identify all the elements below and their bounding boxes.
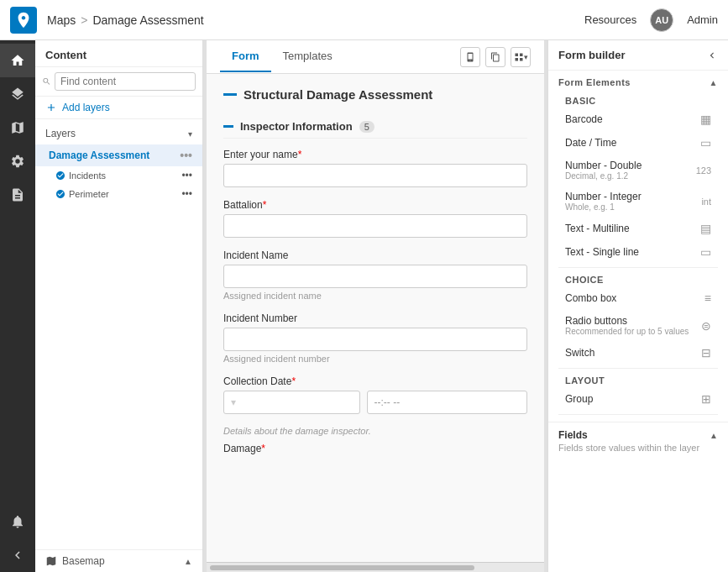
field-incident-name: Incident Name Assigned incident name bbox=[223, 249, 527, 301]
field-incident-number-input[interactable] bbox=[223, 328, 527, 351]
fields-subtext: Fields store values within the layer bbox=[558, 443, 718, 453]
datetime-icon: ▭ bbox=[700, 136, 711, 150]
form-title-icon bbox=[223, 93, 237, 96]
number-integer-icon: int bbox=[701, 197, 711, 207]
tab-icon-btn-3[interactable]: ▾ bbox=[511, 47, 531, 67]
form-builder-panel: Form builder Form Elements ▲ BASIC Barco… bbox=[547, 40, 728, 572]
basemap-label: Basemap bbox=[62, 555, 105, 567]
section-title-inspector: Inspector Information bbox=[240, 120, 353, 133]
el-text-singleline[interactable]: Text - Single line ▭ bbox=[558, 240, 718, 264]
combobox-icon: ≡ bbox=[704, 291, 711, 305]
topbar: Maps > Damage Assessment Resources AU Ad… bbox=[0, 0, 728, 40]
app-logo[interactable] bbox=[10, 7, 37, 34]
date-picker[interactable]: ▾ bbox=[223, 391, 360, 414]
divider-3 bbox=[558, 414, 718, 415]
topbar-right: Resources AU Admin bbox=[584, 8, 718, 32]
sidebar-map[interactable] bbox=[0, 111, 35, 144]
sub-layer-incidents-label: Incidents bbox=[69, 171, 106, 181]
el-number-integer-label: Number - Integer bbox=[565, 191, 642, 202]
el-number-double[interactable]: Number - Double Decimal, e.g. 1.2 123 bbox=[558, 155, 718, 186]
section-inspector: Inspector Information 5 bbox=[223, 115, 527, 139]
el-radio-sub: Recommended for up to 5 values bbox=[565, 327, 689, 336]
damage-field-label: Damage* bbox=[223, 443, 527, 454]
tab-form[interactable]: Form bbox=[220, 41, 271, 72]
resources-link[interactable]: Resources bbox=[584, 13, 636, 26]
section-count: 5 bbox=[359, 121, 374, 133]
basemap-row[interactable]: Basemap ▲ bbox=[35, 549, 202, 572]
sidebar-home[interactable] bbox=[0, 44, 35, 77]
search-input[interactable] bbox=[55, 72, 196, 91]
search-area bbox=[35, 67, 202, 97]
field-name-input[interactable] bbox=[223, 164, 527, 187]
fields-collapse-icon[interactable]: ▲ bbox=[710, 431, 718, 440]
sidebar-layers[interactable] bbox=[0, 77, 35, 111]
fields-header: Fields ▲ bbox=[558, 429, 718, 441]
check-circle-icon bbox=[55, 171, 65, 181]
el-barcode[interactable]: Barcode ▦ bbox=[558, 108, 718, 131]
section-indicator bbox=[223, 125, 233, 128]
section-note: Details about the damage inspector. bbox=[223, 426, 527, 436]
bottom-scrollbar[interactable] bbox=[207, 562, 544, 572]
time-picker[interactable]: --:-- -- bbox=[367, 391, 527, 414]
el-combobox[interactable]: Combo box ≡ bbox=[558, 286, 718, 310]
date-time-row: ▾ --:-- -- bbox=[223, 391, 527, 414]
tab-icon-btn-2[interactable] bbox=[485, 47, 505, 67]
el-text-singleline-label: Text - Single line bbox=[565, 246, 639, 258]
el-radio[interactable]: Radio buttons Recommended for up to 5 va… bbox=[558, 310, 718, 341]
form-builder-title: Form builder bbox=[558, 49, 625, 61]
sidebar-settings[interactable] bbox=[0, 144, 35, 178]
date-value: ▾ bbox=[231, 396, 236, 408]
tab-templates[interactable]: Templates bbox=[271, 41, 344, 72]
incidents-menu-icon[interactable]: ••• bbox=[181, 170, 192, 181]
sidebar-pages[interactable] bbox=[0, 178, 35, 212]
el-text-multiline[interactable]: Text - Multiline ▤ bbox=[558, 217, 718, 240]
collapse-right-icon[interactable] bbox=[706, 50, 718, 61]
el-group-label: Group bbox=[565, 393, 593, 405]
field-battalion-input[interactable] bbox=[223, 214, 527, 238]
perimeter-menu-icon[interactable]: ••• bbox=[181, 188, 192, 200]
el-group[interactable]: Group ⊞ bbox=[558, 387, 718, 411]
sub-layer-incidents[interactable]: Incidents ••• bbox=[35, 166, 202, 185]
form-area: Structural Damage Assessment Inspector I… bbox=[207, 74, 544, 562]
breadcrumb: Maps > Damage Assessment bbox=[47, 13, 204, 27]
sub-layer-perimeter[interactable]: Perimeter ••• bbox=[35, 185, 202, 203]
admin-link[interactable]: Admin bbox=[687, 13, 718, 26]
field-incident-name-input[interactable] bbox=[223, 265, 527, 288]
sidebar-collapse[interactable] bbox=[0, 538, 35, 572]
form-elements-section: Form Elements ▲ BASIC Barcode ▦ Date / T… bbox=[548, 71, 728, 422]
el-number-integer[interactable]: Number - Integer Whole, e.g. 1 int bbox=[558, 186, 718, 217]
divider-1 bbox=[558, 267, 718, 268]
content-sidebar: Content Add layers Layers ▾ Damage Asses… bbox=[35, 40, 203, 572]
layers-label: Layers bbox=[45, 128, 76, 139]
check-circle-icon2 bbox=[55, 189, 65, 199]
grid-icon bbox=[514, 52, 524, 62]
layers-collapse-icon: ▾ bbox=[188, 129, 192, 139]
el-switch[interactable]: Switch ⊟ bbox=[558, 341, 718, 365]
middle-panel: Form Templates ▾ Structural Dama bbox=[207, 40, 544, 572]
add-icon bbox=[45, 102, 57, 113]
layout-section-label: LAYOUT bbox=[558, 372, 718, 387]
breadcrumb-maps[interactable]: Maps bbox=[47, 13, 76, 27]
field-collection-date: Collection Date* ▾ --:-- -- bbox=[223, 375, 527, 414]
form-elements-collapse-icon[interactable]: ▲ bbox=[710, 78, 718, 87]
layers-section: Layers ▾ Damage Assessment ••• Incidents… bbox=[35, 119, 202, 207]
add-layers-button[interactable]: Add layers bbox=[35, 97, 202, 119]
el-number-double-label: Number - Double bbox=[565, 160, 642, 171]
tab-icon-btn-1[interactable] bbox=[460, 47, 480, 67]
layer-damage-assessment[interactable]: Damage Assessment ••• bbox=[35, 144, 202, 166]
copy-icon bbox=[490, 52, 500, 62]
el-number-double-sub: Decimal, e.g. 1.2 bbox=[565, 171, 642, 181]
sidebar-notifications[interactable] bbox=[0, 505, 35, 538]
field-name-label: Enter your name* bbox=[223, 149, 527, 160]
layer-damage-label: Damage Assessment bbox=[49, 150, 149, 161]
layers-header[interactable]: Layers ▾ bbox=[35, 123, 202, 144]
el-text-multiline-label: Text - Multiline bbox=[565, 223, 630, 234]
avatar[interactable]: AU bbox=[650, 8, 673, 32]
choice-section-label: CHOICE bbox=[558, 271, 718, 286]
form-builder-scroll: Form Elements ▲ BASIC Barcode ▦ Date / T… bbox=[548, 71, 728, 572]
sub-layer-perimeter-label: Perimeter bbox=[69, 189, 109, 199]
sidebar-bottom bbox=[0, 505, 35, 572]
layer-damage-menu-icon[interactable]: ••• bbox=[180, 149, 192, 162]
el-datetime-label: Date / Time bbox=[565, 137, 616, 149]
el-datetime[interactable]: Date / Time ▭ bbox=[558, 131, 718, 155]
